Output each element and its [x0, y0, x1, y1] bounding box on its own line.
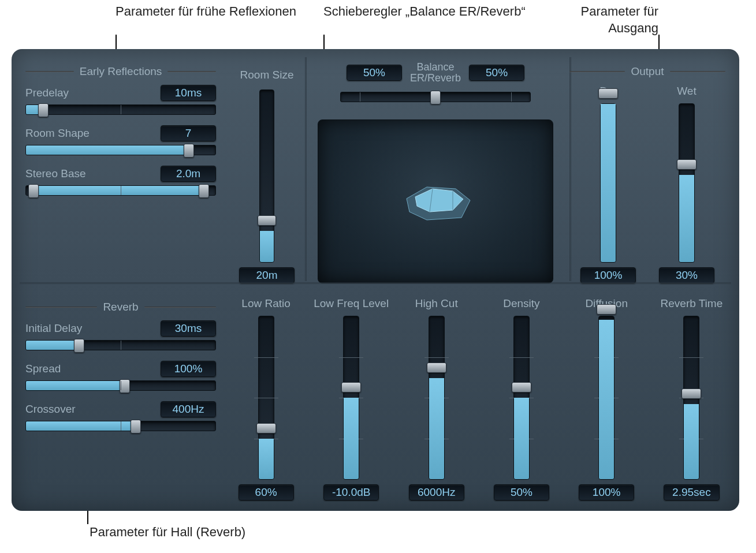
- predelay-label: Predelay: [25, 87, 69, 99]
- balance-slider[interactable]: [340, 92, 531, 102]
- early-reflections-panel: Early Reflections Predelay 10ms Room Sha…: [20, 57, 222, 288]
- stereo-base-slider[interactable]: [25, 185, 216, 196]
- low-ratio-label: Low Ratio: [241, 297, 291, 310]
- predelay-value[interactable]: 10ms: [161, 85, 216, 101]
- low-freq-level-slider[interactable]: [343, 316, 359, 480]
- balance-right-value[interactable]: 50%: [469, 65, 524, 81]
- room-size-block: Room Size 20m: [226, 57, 307, 288]
- balance-left-value[interactable]: 50%: [347, 65, 402, 81]
- crossover-slider[interactable]: [25, 421, 216, 431]
- room-size-slider[interactable]: [259, 89, 274, 263]
- dry-slider[interactable]: [600, 103, 616, 263]
- room-size-label: Room Size: [240, 69, 294, 81]
- output-panel: Output Dry 100% Wet 30%: [564, 57, 731, 288]
- high-cut-slider[interactable]: [429, 316, 445, 480]
- balance-label: Balance ER/Reverb: [410, 62, 461, 84]
- wet-label: Wet: [677, 85, 696, 98]
- diffusion-value[interactable]: 100%: [579, 484, 634, 500]
- reverb-panel: Reverb Initial Delay 30ms Spread 100% Cr…: [20, 293, 222, 503]
- low-freq-level-value[interactable]: -10.0dB: [323, 484, 379, 500]
- reverb-vertical-sliders: Low Ratio 60% Low Freq Level -10.0dB Hig…: [226, 293, 731, 503]
- low-ratio-value[interactable]: 60%: [239, 484, 294, 500]
- annotation-reverb: Parameter für Hall (Reverb): [90, 524, 245, 541]
- reverb-time-slider[interactable]: [683, 316, 699, 480]
- low-ratio-slider[interactable]: [258, 316, 274, 480]
- reverb-title: Reverb: [103, 301, 138, 313]
- crossover-label: Crossover: [25, 403, 76, 416]
- center-panel: 50% Balance ER/Reverb 50%: [312, 57, 559, 288]
- high-cut-value[interactable]: 6000Hz: [409, 484, 464, 500]
- early-reflections-title: Early Reflections: [80, 65, 162, 78]
- wet-slider[interactable]: [679, 103, 695, 263]
- reverb-plugin-window: Early Reflections Predelay 10ms Room Sha…: [12, 49, 739, 511]
- initial-delay-slider[interactable]: [25, 340, 216, 350]
- stereo-base-label: Stereo Base: [25, 167, 86, 180]
- room-shape-slider[interactable]: [25, 145, 216, 155]
- density-value[interactable]: 50%: [494, 484, 549, 500]
- room-shape-display: [318, 119, 553, 283]
- predelay-slider[interactable]: [25, 104, 216, 115]
- spread-label: Spread: [25, 363, 61, 375]
- annotation-output: Parameter für Ausgang: [543, 3, 658, 36]
- room-shape-label: Room Shape: [25, 127, 90, 140]
- annotation-balance: Schieberegler „Balance ER/Reverb“: [323, 3, 526, 20]
- wet-value[interactable]: 30%: [659, 267, 714, 283]
- annotation-early-reflections: Parameter für frühe Reflexionen: [116, 3, 296, 20]
- density-label: Density: [503, 297, 539, 310]
- spread-value[interactable]: 100%: [161, 361, 216, 377]
- diffusion-slider[interactable]: [598, 316, 615, 480]
- room-shape-value[interactable]: 7: [161, 125, 216, 141]
- high-cut-label: High Cut: [415, 297, 458, 310]
- dry-value[interactable]: 100%: [580, 267, 636, 283]
- initial-delay-value[interactable]: 30ms: [161, 320, 216, 337]
- low-freq-level-label: Low Freq Level: [314, 297, 389, 310]
- output-title: Output: [631, 65, 664, 78]
- stereo-base-value[interactable]: 2.0m: [161, 166, 216, 182]
- crossover-value[interactable]: 400Hz: [161, 401, 216, 417]
- spread-slider[interactable]: [25, 380, 216, 391]
- reverb-time-value[interactable]: 2.95sec: [664, 484, 720, 500]
- room-size-value[interactable]: 20m: [239, 267, 295, 283]
- initial-delay-label: Initial Delay: [25, 322, 82, 335]
- reverb-time-label: Reverb Time: [661, 297, 723, 310]
- density-slider[interactable]: [513, 316, 530, 480]
